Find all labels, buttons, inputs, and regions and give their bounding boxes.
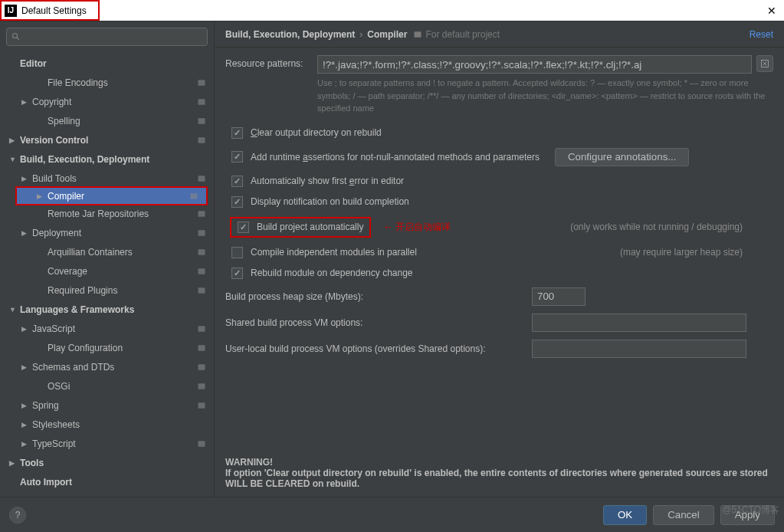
project-scope-icon — [197, 324, 206, 333]
expand-icon — [760, 59, 769, 68]
tree-item-typescript[interactable]: ▶TypeScript — [0, 434, 214, 453]
tree-item-arquillian-containers[interactable]: Arquillian Containers — [0, 242, 214, 261]
tree-item-label: Spring — [32, 400, 59, 411]
runtime-assertions-checkbox[interactable] — [231, 151, 243, 163]
build-notification-label: Display notification on build completion — [251, 196, 409, 207]
tree-arrow-icon: ▶ — [21, 363, 29, 371]
tree-item-compiler[interactable]: ▶Compiler — [15, 186, 208, 205]
warning-title: WARNING! — [225, 457, 773, 468]
clear-output-checkbox[interactable] — [231, 127, 243, 139]
project-scope-icon — [197, 117, 206, 126]
tree-item-spelling[interactable]: Spelling — [0, 111, 214, 130]
annotation-text: ← 开启自动编译 — [383, 221, 450, 234]
tree-item-label: Editor — [20, 58, 47, 69]
compile-parallel-note: (may require larger heap size) — [620, 247, 773, 258]
project-scope-icon — [197, 78, 206, 87]
tree-item-deployment[interactable]: ▶Deployment — [0, 223, 214, 242]
svg-rect-3 — [198, 99, 205, 105]
help-icon: ? — [15, 510, 21, 521]
tree-arrow-icon: ▶ — [21, 440, 29, 448]
tree-item-label: Arquillian Containers — [48, 247, 133, 258]
user-vm-label: User-local build process VM options (ove… — [225, 343, 532, 354]
tree-item-label: Auto Import — [20, 477, 72, 488]
rebuild-dependency-checkbox[interactable] — [231, 268, 243, 279]
project-scope-icon — [197, 343, 206, 353]
tree-item-build-execution-deployment[interactable]: ▼Build, Execution, Deployment — [0, 149, 214, 169]
build-notification-checkbox[interactable] — [231, 196, 243, 208]
shared-vm-input[interactable] — [532, 314, 746, 332]
svg-rect-8 — [198, 211, 205, 217]
tree-item-osgi[interactable]: OSGi — [0, 376, 214, 396]
tree-item-label: Compiler — [48, 191, 84, 202]
tree-item-label: Play Configuration — [48, 343, 123, 353]
show-first-error-checkbox[interactable] — [231, 176, 243, 187]
tree-item-coverage[interactable]: Coverage — [0, 261, 214, 281]
user-vm-input[interactable] — [532, 340, 746, 358]
project-scope-icon — [197, 401, 206, 410]
svg-line-1 — [17, 38, 19, 40]
tree-item-copyright[interactable]: ▶Copyright — [0, 92, 214, 111]
tree-item-languages-frameworks[interactable]: ▼Languages & Frameworks — [0, 300, 214, 319]
tree-item-label: Deployment — [32, 228, 81, 238]
tree-item-label: Schemas and DTDs — [32, 362, 114, 373]
tree-item-label: File Encodings — [48, 77, 108, 88]
reset-link[interactable]: Reset — [750, 29, 773, 40]
rebuild-dependency-label: Rebuild module on dependency change — [251, 268, 413, 278]
titlebar-right: ✕ — [100, 0, 784, 21]
svg-rect-14 — [198, 345, 205, 351]
app-icon: IJ — [5, 5, 17, 17]
bottom-bar: ? OK Cancel Apply — [0, 497, 784, 532]
resource-patterns-input[interactable] — [317, 55, 752, 74]
tree-item-label: Version Control — [20, 135, 88, 146]
compile-parallel-label: Compile independent modules in parallel — [251, 247, 417, 258]
tree-item-label: Languages & Frameworks — [20, 304, 134, 315]
project-scope-icon — [197, 267, 206, 276]
tree-item-label: Coverage — [48, 266, 87, 277]
help-button[interactable]: ? — [9, 507, 26, 524]
tree-arrow-icon: ▶ — [21, 98, 29, 106]
tree-item-version-control[interactable]: ▶Version Control — [0, 130, 214, 149]
compile-parallel-checkbox[interactable] — [231, 247, 243, 258]
tree-item-stylesheets[interactable]: ▶Stylesheets — [0, 415, 214, 434]
expand-field-button[interactable] — [756, 55, 773, 72]
tree-item-label: Required Plugins — [48, 285, 117, 296]
close-icon[interactable]: ✕ — [767, 5, 776, 17]
tree-item-label: Spelling — [48, 116, 80, 126]
tree-item-remote-jar-repositories[interactable]: Remote Jar Repositories — [0, 204, 214, 223]
tree-item-editor[interactable]: Editor — [0, 54, 214, 73]
tree-arrow-icon: ▶ — [9, 136, 17, 144]
configure-annotations-button[interactable]: Configure annotations... — [555, 148, 690, 166]
tree-arrow-icon: ▼ — [9, 156, 17, 163]
tree-item-schemas-and-dtds[interactable]: ▶Schemas and DTDs — [0, 357, 214, 376]
tree-item-label: JavaScript — [32, 323, 75, 334]
tree-item-file-encodings[interactable]: File Encodings — [0, 73, 214, 92]
heap-size-input[interactable] — [532, 287, 586, 306]
tree-item-build-tools[interactable]: ▶Build Tools — [0, 169, 214, 188]
tree-item-spring[interactable]: ▶Spring — [0, 396, 214, 415]
project-scope-icon — [189, 192, 198, 201]
build-auto-note: (only works while not running / debuggin… — [570, 222, 773, 232]
cancel-button[interactable]: Cancel — [653, 505, 714, 525]
tree-item-required-plugins[interactable]: Required Plugins — [0, 281, 214, 300]
tree-item-tools[interactable]: ▶Tools — [0, 453, 214, 472]
tree-item-auto-import[interactable]: Auto Import — [0, 472, 214, 491]
ok-button[interactable]: OK — [603, 505, 647, 525]
sidebar: EditorFile Encodings▶CopyrightSpelling▶V… — [0, 21, 215, 497]
warning-block: WARNING! If option 'Clear output directo… — [225, 457, 773, 489]
tree-arrow-icon: ▶ — [21, 402, 29, 409]
watermark: @51CTO博客 — [722, 504, 779, 517]
svg-rect-12 — [198, 287, 205, 294]
breadcrumb-part1[interactable]: Build, Execution, Deployment — [225, 29, 355, 40]
tree-item-play-configuration[interactable]: Play Configuration — [0, 338, 214, 357]
warning-text: If option 'Clear output directory on reb… — [225, 468, 773, 489]
tree-item-label: TypeScript — [32, 438, 76, 449]
tree-arrow-icon: ▶ — [21, 229, 29, 237]
project-scope-icon — [197, 228, 206, 238]
build-auto-checkbox[interactable] — [238, 222, 249, 233]
tree-item-label: OSGi — [48, 381, 70, 392]
search-input[interactable] — [6, 28, 208, 46]
tree-arrow-icon: ▶ — [21, 325, 29, 333]
svg-rect-5 — [198, 137, 205, 143]
tree-arrow-icon: ▼ — [9, 306, 17, 314]
tree-item-javascript[interactable]: ▶JavaScript — [0, 319, 214, 338]
